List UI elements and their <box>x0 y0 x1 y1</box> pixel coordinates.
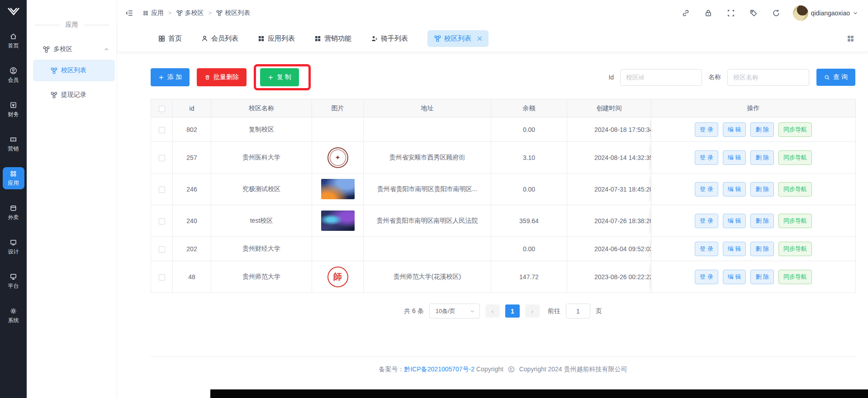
breadcrumb-item-campus-list[interactable]: 校区列表 <box>216 9 250 17</box>
delete-button[interactable]: 删 除 <box>750 214 774 228</box>
login-button[interactable]: 登 录 <box>695 242 718 256</box>
icp-link[interactable]: 黔ICP备2021005707号-2 <box>404 365 474 373</box>
sync-nav-button[interactable]: 同步导航 <box>778 242 812 256</box>
sidebar-item-home[interactable]: 首页 <box>3 30 24 52</box>
tab-options-button[interactable] <box>845 33 856 44</box>
pagination: 共 6 条 10条/页 ‹ 1 › 前往 页 <box>404 304 602 318</box>
lock-screen-button[interactable] <box>702 7 714 19</box>
campus-name-input[interactable] <box>727 69 809 86</box>
copy-button[interactable]: 复 制 <box>260 68 299 86</box>
pagination-total: 共 6 条 <box>404 307 424 315</box>
page-size-select[interactable]: 10条/页 <box>429 304 480 318</box>
avatar <box>793 5 808 21</box>
sidebar-item-system[interactable]: 系统 <box>3 304 24 327</box>
sidebar-item-marketing[interactable]: 营销 <box>3 133 24 155</box>
cell-balance: 147.72 <box>491 261 567 293</box>
sidebar-item-finance[interactable]: 财务 <box>3 98 24 121</box>
username: qidiangaoxiao <box>811 9 850 17</box>
breadcrumb-item-multicampus[interactable]: 多校区 <box>176 9 204 17</box>
sidebar-item-campus-list[interactable]: 校区列表 <box>33 60 115 81</box>
sync-nav-button[interactable]: 同步导航 <box>778 182 812 197</box>
sidebar-item-label: 设计 <box>8 248 19 256</box>
sidebar-item-design[interactable]: 设计 <box>3 236 24 258</box>
breadcrumb-label: 校区列表 <box>225 9 250 17</box>
cell-balance: 3.10 <box>491 142 567 173</box>
close-tab-button[interactable] <box>476 35 483 42</box>
breadcrumb-item-apps[interactable]: 应用 <box>142 9 164 17</box>
sync-nav-button[interactable]: 同步导航 <box>778 150 812 165</box>
tab-rider-list[interactable]: 骑手列表 <box>371 34 408 43</box>
delete-button[interactable]: 删 除 <box>750 182 774 197</box>
query-button[interactable]: 查 询 <box>816 69 855 86</box>
table-row: 240 test校区 贵州省贵阳市南明区南明区人民法院 359.64 2024-… <box>151 205 856 237</box>
fullscreen-button[interactable] <box>725 7 737 19</box>
batch-delete-button[interactable]: 批量删除 <box>197 68 247 86</box>
sidebar-item-platform[interactable]: 平台 <box>3 270 24 292</box>
sidebar-item-withdraw-records[interactable]: 提现记录 <box>33 84 115 106</box>
sidebar-item-label: 外卖 <box>8 214 19 221</box>
cell-id: 802 <box>173 117 211 142</box>
delete-button[interactable]: 删 除 <box>750 122 774 137</box>
chevron-down-icon <box>853 10 858 16</box>
tab-marketing[interactable]: 营销功能 <box>314 34 351 43</box>
tab-app-list[interactable]: 应用列表 <box>258 34 295 43</box>
goto-page-input[interactable] <box>566 304 590 318</box>
table-row: 246 究极测试校区 贵州省贵阳市南明区贵阳市南明区... 0.00 2024-… <box>151 173 856 205</box>
sidebar-item-apps[interactable]: 应用 <box>3 167 24 189</box>
edit-button[interactable]: 编 辑 <box>723 122 746 137</box>
cell-id: 240 <box>173 205 211 237</box>
column-header-created: 创建时间 <box>567 99 651 117</box>
row-checkbox[interactable] <box>159 246 165 253</box>
sync-nav-button[interactable]: 同步导航 <box>778 270 812 284</box>
table-row: 48 贵州师范大学 贵州师范大学(花溪校区) 147.72 2023-08-26… <box>151 261 856 293</box>
tab-member-list[interactable]: 会员列表 <box>201 34 238 43</box>
tab-label: 骑手列表 <box>381 34 408 43</box>
logo-v-icon <box>7 7 20 19</box>
edit-button[interactable]: 编 辑 <box>723 214 746 228</box>
column-header-balance: 余额 <box>491 99 567 117</box>
row-checkbox[interactable] <box>159 127 165 133</box>
edit-button[interactable]: 编 辑 <box>723 242 746 256</box>
login-button[interactable]: 登 录 <box>695 214 718 228</box>
row-checkbox[interactable] <box>159 274 165 281</box>
select-all-checkbox[interactable] <box>159 106 165 112</box>
sync-nav-button[interactable]: 同步导航 <box>778 214 812 228</box>
sidebar-item-member[interactable]: 会员 <box>3 64 24 86</box>
delete-button[interactable]: 删 除 <box>750 270 774 284</box>
collapse-sidebar-button[interactable] <box>123 7 135 19</box>
share-link-button[interactable] <box>680 7 692 19</box>
refresh-button[interactable] <box>770 7 782 19</box>
campus-id-input[interactable] <box>620 69 702 86</box>
tag-button[interactable] <box>748 7 759 19</box>
add-button[interactable]: 添 加 <box>151 68 190 86</box>
edit-button[interactable]: 编 辑 <box>723 150 746 165</box>
sidebar-item-takeout[interactable]: 外卖 <box>3 201 24 224</box>
user-menu[interactable]: qidiangaoxiao <box>793 5 858 21</box>
page-1-button[interactable]: 1 <box>505 304 520 318</box>
edit-button[interactable]: 编 辑 <box>723 182 746 197</box>
delete-button[interactable]: 删 除 <box>750 150 774 165</box>
row-checkbox[interactable] <box>159 155 165 161</box>
table-body: 802 复制校区 0.00 2024-08-18 17:50:34 登 录 编 … <box>151 117 856 293</box>
app-logo[interactable] <box>7 0 20 26</box>
row-checkbox[interactable] <box>159 187 165 193</box>
delete-button[interactable]: 删 除 <box>750 242 774 256</box>
login-button[interactable]: 登 录 <box>695 122 718 137</box>
edit-button[interactable]: 编 辑 <box>723 270 746 284</box>
next-page-button[interactable]: › <box>525 304 540 318</box>
sidebar-item-label: 财务 <box>8 111 19 118</box>
topbar: 应用 > 多校区 > 校区列表 <box>117 0 868 26</box>
row-checkbox[interactable] <box>159 218 165 225</box>
menu-group-multicampus[interactable]: 多校区 <box>27 40 117 59</box>
cell-address: 贵州省安顺市西秀区顾府街 <box>364 142 491 173</box>
cell-actions: 登 录 编 辑 删 除 同步导航 <box>651 117 856 142</box>
login-button[interactable]: 登 录 <box>695 270 718 284</box>
prev-page-button[interactable]: ‹ <box>485 304 500 318</box>
login-button[interactable]: 登 录 <box>695 150 718 165</box>
tab-campus-list[interactable]: 校区列表 <box>427 30 489 47</box>
rider-icon <box>371 35 378 42</box>
login-button[interactable]: 登 录 <box>695 182 718 197</box>
sync-nav-button[interactable]: 同步导航 <box>778 122 812 137</box>
tab-label: 首页 <box>168 34 182 43</box>
tab-home[interactable]: 首页 <box>158 34 182 43</box>
